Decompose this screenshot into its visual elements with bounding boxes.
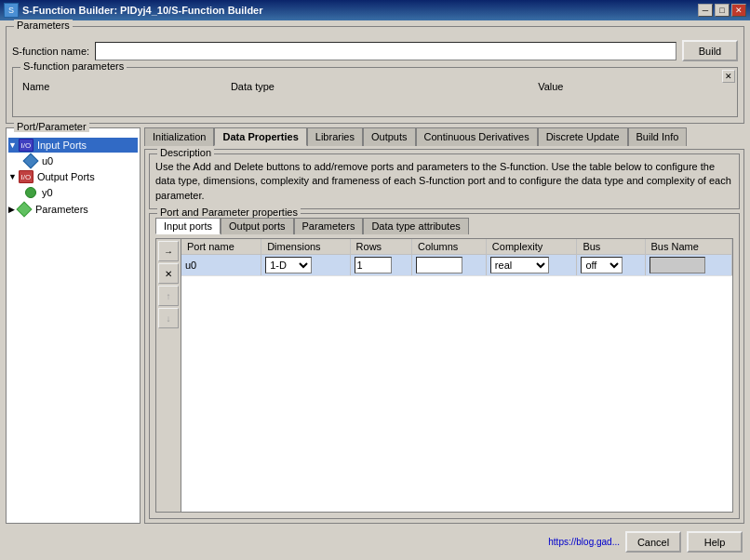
expand-arrow-input: ▼ [8,140,17,150]
description-text: Use the Add and Delete buttons to add/re… [155,160,733,203]
tree-item-y0[interactable]: y0 [8,184,138,201]
col-name: Name [19,79,227,94]
move-up-button[interactable]: ↑ [158,286,179,306]
parameters-label: Parameters [35,204,88,215]
tree-panel-title: Port/Parameter [14,121,89,132]
cell-columns [411,255,486,276]
cell-rows [350,255,411,276]
columns-input[interactable] [416,257,462,273]
u0-label: u0 [42,155,53,167]
output-ports-icon: I/O [19,170,33,183]
sub-tab-parameters[interactable]: Parameters [294,218,364,234]
tab-continuous-derivatives[interactable]: Continuous Derivatives [416,127,538,146]
th-bus: Bus [577,239,645,255]
tab-discrete-update[interactable]: Discrete Update [538,127,628,146]
port-table-area: → ✕ ↑ ↓ Port name Dimension [155,238,733,513]
help-button[interactable]: Help [687,531,743,553]
port-data-table: Port name Dimensions Rows Columns Comple… [181,239,732,276]
rows-input[interactable] [355,257,392,273]
bus-name-input[interactable] [650,257,705,273]
maximize-button[interactable]: □ [715,4,730,17]
sub-tab-input-ports[interactable]: Input ports [155,218,221,234]
description-group-title: Description [157,147,214,158]
cell-bus: off on [577,255,645,276]
sfunc-params-group: S-function parameters ✕ Name Data type V… [12,67,738,117]
tree-item-output-ports[interactable]: ▼ I/O Output Ports [8,169,138,184]
tab-initialization[interactable]: Initialization [144,127,214,146]
expand-arrow-params: ▶ [8,205,15,214]
col-value: Value [534,79,731,94]
title-text: S-Function Builder: PIDyj4_10/S-Function… [22,5,698,16]
right-panel: Initialization Data Properties Libraries… [144,127,744,524]
col-datatype: Data type [227,79,534,94]
params-close-button[interactable]: ✕ [722,70,735,83]
add-port-button[interactable]: → [158,241,179,261]
params-icon [17,202,32,217]
title-bar: S S-Function Builder: PIDyj4_10/S-Functi… [0,0,750,20]
dimensions-dropdown: 1-D 2-D [265,257,345,273]
cell-complexity: real complex [486,255,577,276]
tree-panel: Port/Parameter ▼ I/O Input Ports u0 ▼ I/… [6,127,141,524]
sfunc-name-label: S-function name: [12,46,89,57]
parameters-group: Parameters S-function name: Build S-func… [6,26,744,124]
input-ports-label: Input Ports [37,140,87,151]
th-port-name: Port name [181,239,261,255]
cancel-button[interactable]: Cancel [625,531,681,553]
port-group: Port and Parameter properties Input port… [149,213,740,519]
tab-libraries[interactable]: Libraries [307,127,363,146]
sub-tab-output-ports[interactable]: Output ports [221,218,294,234]
th-columns: Columns [411,239,486,255]
th-complexity: Complexity [486,239,577,255]
move-down-button[interactable]: ↓ [158,308,179,328]
build-button[interactable]: Build [682,40,738,61]
sfunc-name-row: S-function name: Build [12,36,738,63]
sub-tab-bar: Input ports Output ports Parameters Data… [155,218,733,234]
th-dimensions: Dimensions [261,239,350,255]
tab-outputs[interactable]: Outputs [363,127,416,146]
side-buttons: → ✕ ↑ ↓ [156,239,181,512]
th-rows: Rows [350,239,411,255]
window-controls: ─ □ ✕ [698,4,746,17]
delete-port-button[interactable]: ✕ [158,263,179,284]
bottom-buttons: https://blog.gad... Cancel Help [6,527,744,554]
port-group-title: Port and Parameter properties [157,207,301,218]
output-ports-label: Output Ports [37,171,95,182]
tab-data-properties[interactable]: Data Properties [214,127,306,146]
bus-select[interactable]: off on [581,257,623,273]
sfunc-name-input[interactable] [95,42,676,60]
bottom-link[interactable]: https://blog.gad... [548,537,620,547]
close-button[interactable]: ✕ [731,4,746,17]
minimize-button[interactable]: ─ [698,4,713,17]
tree-item-input-ports[interactable]: ▼ I/O Input Ports [8,138,138,153]
y0-label: y0 [42,187,53,198]
app-icon: S [4,3,19,18]
table-row: u0 1-D 2-D [181,255,732,276]
bottom-area: Port/Parameter ▼ I/O Input Ports u0 ▼ I/… [6,127,744,524]
dimensions-select[interactable]: 1-D 2-D [265,257,312,273]
sub-tab-data-type-attributes[interactable]: Data type attributes [363,218,468,234]
cell-bus-name [645,255,732,276]
main-window: Parameters S-function name: Build S-func… [0,20,750,560]
parameters-group-title: Parameters [14,20,73,31]
complexity-select[interactable]: real complex [490,257,549,273]
content-panel: Description Use the Add and Delete butto… [144,149,744,524]
y0-icon [23,185,38,200]
port-data: Port name Dimensions Rows Columns Comple… [181,239,732,512]
description-group: Description Use the Add and Delete butto… [149,153,740,209]
sfunc-params-group-title: S-function parameters [20,60,127,72]
u0-icon [23,153,38,168]
params-table: Name Data type Value [19,79,731,111]
tab-build-info[interactable]: Build Info [628,127,688,146]
input-ports-icon: I/O [19,139,33,152]
expand-arrow-output: ▼ [8,172,17,181]
cell-port-name: u0 [181,255,261,276]
bus-dropdown: off on [581,257,640,273]
tree-item-parameters[interactable]: ▶ Parameters [8,201,138,218]
th-bus-name: Bus Name [645,239,732,255]
complexity-dropdown: real complex [490,257,573,273]
tree-item-u0[interactable]: u0 [8,153,138,169]
tab-bar: Initialization Data Properties Libraries… [144,127,744,146]
cell-dimensions: 1-D 2-D [261,255,350,276]
